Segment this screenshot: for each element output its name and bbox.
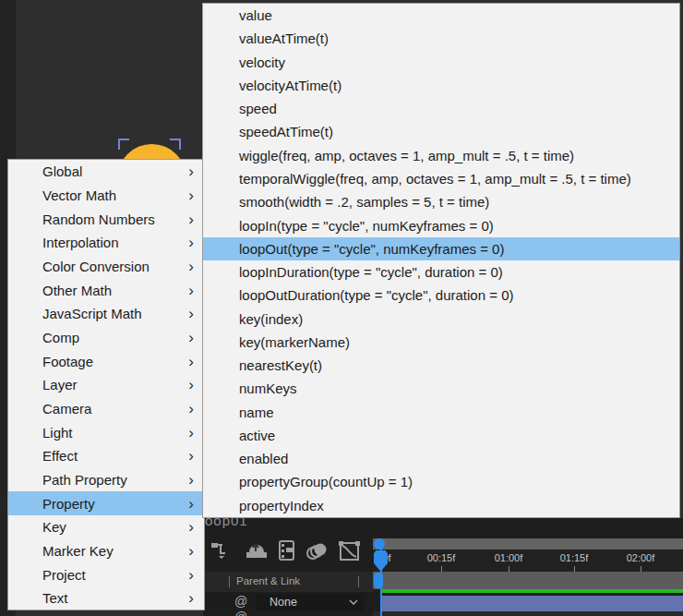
menu-item[interactable]: Marker Key [8,539,204,563]
menu-item-label: Layer [42,377,78,393]
menu-item-label: Color Conversion [42,259,150,274]
submenu-item[interactable]: active [203,424,679,447]
menu-item-label: Light [42,425,73,441]
submenu-item-label: propertyIndex [239,498,324,513]
ruler-label: 01:15f [560,552,589,563]
menu-item-label: JavaScript Math [42,306,142,321]
submenu-item-label: loopInDuration(type = "cycle", duration … [239,264,503,280]
menu-item[interactable]: Other Math [8,278,204,302]
menu-item-label: Footage [42,354,93,369]
menu-item-label: Property [42,496,95,512]
submenu-item[interactable]: velocity [203,51,679,74]
submenu-item-label: propertyGroup(countUp = 1) [239,474,413,489]
submenu-item-label: wiggle(freq, amp, octaves = 1, amp_mult … [239,148,574,163]
submenu-item[interactable]: smooth(width = .2, samples = 5, t = time… [203,190,679,213]
menu-item-label: Path Property [42,472,127,488]
layer-duration-bar[interactable] [381,596,683,611]
timeline-panel: oop01 [203,518,683,616]
submenu-item-label: velocityAtTime(t) [239,78,342,93]
menu-item[interactable]: Layer [8,373,204,397]
submenu-item[interactable]: loopIn(type = "cycle", numKeyframes = 0) [203,213,679,236]
parent-dropdown-value: None [270,596,297,609]
pickwhip-icon[interactable]: @ [234,594,247,609]
menu-item[interactable]: Project [8,562,204,586]
submenu-item-label: loopOut(type = "cycle", numKeyframes = 0… [239,241,504,257]
parent-dropdown[interactable]: None [257,594,364,610]
menu-item[interactable]: Text [8,586,204,610]
timeline-lower-track [373,611,683,616]
column-divider[interactable] [229,576,230,587]
submenu-item-label: velocity [239,54,285,70]
menu-item[interactable]: Interpolation [8,231,204,255]
parent-link-label: Parent & Link [236,575,300,586]
shy-icon[interactable] [244,540,270,561]
submenu-item[interactable]: velocityAtTime(t) [203,74,679,97]
graph-editor-icon[interactable] [338,540,362,562]
menu-item[interactable]: Path Property [8,468,204,492]
menu-item[interactable]: Global [8,160,204,184]
menu-item-label: Global [42,163,82,179]
submenu-item[interactable]: wiggle(freq, amp, octaves = 1, amp_mult … [203,144,679,167]
submenu-item[interactable]: propertyIndex [203,494,679,517]
menu-item-label: Text [42,590,68,606]
expression-language-menu: Global Vector Math Random Numbers Interp… [7,159,205,610]
submenu-item[interactable]: loopOut(type = "cycle", numKeyframes = 0… [203,237,679,260]
ruler-label: 01:00f [495,552,523,563]
submenu-item[interactable]: key(markerName) [203,331,679,354]
menu-item-label: Effect [42,448,78,464]
menu-item[interactable]: Key [8,515,204,539]
submenu-item-label: temporalWiggle(freq, amp, octaves = 1, a… [239,171,631,187]
menu-item[interactable]: Footage [8,349,204,373]
submenu-item-label: active [239,428,275,443]
menu-item[interactable]: Camera [8,397,204,421]
menu-item[interactable]: Color Conversion [8,255,204,279]
menu-item[interactable]: Vector Math [8,184,204,208]
menu-item[interactable]: JavaScript Math [8,302,204,326]
pickwhip-icon[interactable]: @ [234,610,247,616]
submenu-item[interactable]: propertyGroup(countUp = 1) [203,470,679,493]
submenu-item[interactable]: speedAtTime(t) [203,120,679,143]
submenu-item[interactable]: nearestKey(t) [203,354,679,377]
submenu-item-label: enabled [239,451,288,466]
menu-item-label: Interpolation [42,235,119,250]
submenu-item[interactable]: enabled [203,447,679,470]
menu-item[interactable]: Random Numbers [8,207,204,231]
motion-blur-icon[interactable] [305,540,330,562]
submenu-item-label: speed [239,101,277,116]
submenu-item[interactable]: value [203,4,679,27]
submenu-item[interactable]: valueAtTime(t) [203,27,679,50]
layer-parent-row: @ None [203,592,373,612]
parent-link-column-header: Parent & Link [203,572,373,592]
submenu-item-label: smooth(width = .2, samples = 5, t = time… [239,194,489,210]
ruler-label: 00:15f [427,552,456,563]
menu-item[interactable]: Property [8,491,204,515]
submenu-item[interactable]: speed [203,97,679,120]
menu-item-label: Key [42,519,66,535]
submenu-item-label: valueAtTime(t) [239,30,329,46]
submenu-item[interactable]: numKeys [203,377,679,400]
submenu-item-label: key(index) [239,311,303,327]
submenu-item[interactable]: loopOutDuration(type = "cycle", duration… [203,284,679,307]
menu-item[interactable]: Effect [8,444,204,468]
scrollbar-cap[interactable] [374,538,385,550]
frame-blending-icon[interactable] [276,540,298,562]
time-ruler[interactable]: 00f00:15f01:00f01:15f02:00f [373,550,683,572]
column-divider[interactable] [358,576,359,587]
menu-item-label: Vector Math [42,187,116,203]
submenu-item[interactable]: temporalWiggle(freq, amp, octaves = 1, a… [203,167,679,190]
submenu-item-label: loopIn(type = "cycle", numKeyframes = 0) [239,218,494,234]
submenu-item[interactable]: loopInDuration(type = "cycle", duration … [203,260,679,284]
selection-corner-icon [170,139,181,150]
menu-item-label: Project [42,567,86,583]
timeline-horizontal-scrollbar[interactable] [373,538,683,550]
submenu-item-label: numKeys [239,380,297,396]
submenu-item[interactable]: key(index) [203,307,679,330]
work-area-bar[interactable] [373,572,683,589]
menu-item[interactable]: Light [8,420,204,444]
submenu-item-label: nearestKey(t) [239,357,322,373]
composition-mini-flowchart-icon[interactable] [210,540,234,561]
submenu-item[interactable]: name [203,401,679,424]
menu-item[interactable]: Comp [8,326,204,350]
selection-corner-icon [118,139,129,150]
property-submenu: value valueAtTime(t) velocity velocityAt… [202,3,680,518]
